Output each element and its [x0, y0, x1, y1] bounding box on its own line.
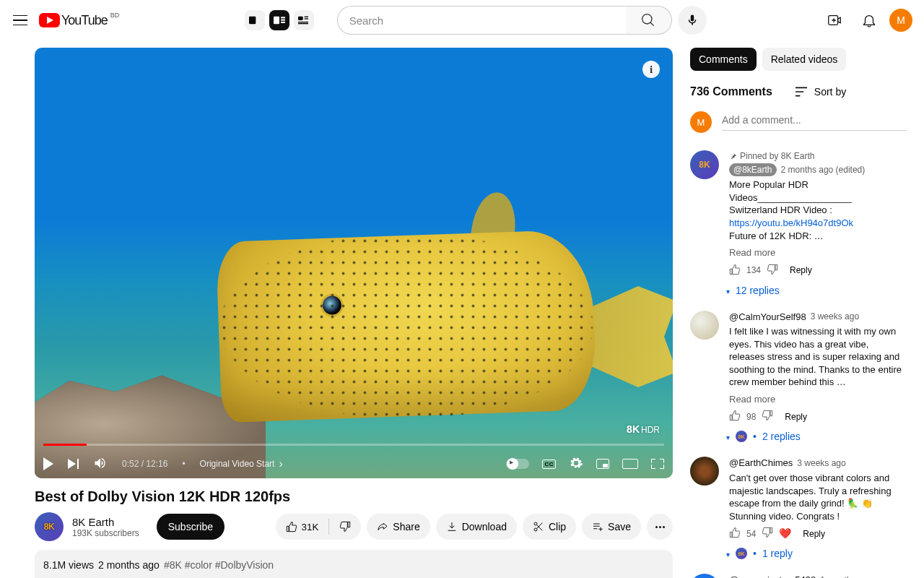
layout-with-comments-button[interactable] — [269, 10, 289, 30]
app-header: YouTube BD M — [0, 0, 924, 40]
like-button[interactable]: 31K — [276, 514, 329, 540]
progress-bar[interactable] — [43, 444, 664, 446]
svg-rect-7 — [304, 18, 308, 19]
comment-dislike-button[interactable] — [762, 410, 773, 423]
reply-button[interactable]: Reply — [790, 265, 812, 275]
playlist-add-icon — [592, 521, 603, 532]
share-button[interactable]: Share — [367, 514, 430, 540]
svg-rect-1 — [274, 17, 279, 25]
svg-rect-6 — [304, 17, 308, 17]
comment-avatar[interactable] — [690, 457, 719, 486]
download-button[interactable]: Download — [436, 514, 517, 540]
channel-name[interactable]: 8K Earth — [72, 516, 139, 528]
download-icon — [446, 521, 458, 532]
hashtags[interactable]: #8K #color #DolbyVision — [164, 558, 274, 573]
play-button[interactable] — [43, 457, 53, 470]
channel-watermark[interactable]: 8KHDR — [627, 423, 660, 435]
hamburger-menu[interactable] — [12, 12, 29, 29]
comment-author[interactable]: @EarthChimes — [729, 457, 793, 470]
replies-toggle[interactable]: 12 replies — [726, 285, 780, 296]
comment-author[interactable]: @CalmYourSelf98 — [729, 311, 806, 324]
comment-item: 8K Pinned by 8K Earth @8kEarth 2 months … — [690, 150, 907, 296]
svg-rect-9 — [298, 23, 308, 24]
reply-button[interactable]: Reply — [803, 529, 825, 539]
thumb-up-icon — [286, 521, 297, 532]
save-button[interactable]: Save — [582, 514, 641, 540]
comments-panel: Comments Related videos 736 Comments Sor… — [690, 48, 907, 578]
info-card-icon[interactable]: i — [642, 61, 660, 78]
channel-avatar[interactable]: 8K — [35, 512, 64, 541]
my-avatar: M — [690, 111, 712, 133]
layout-default-button[interactable] — [245, 10, 265, 30]
miniplayer-button[interactable] — [596, 459, 609, 469]
search-input[interactable] — [337, 6, 626, 35]
svg-rect-8 — [298, 22, 308, 22]
theater-mode-button[interactable] — [622, 459, 638, 469]
video-player[interactable]: i 8KHDR 0:52 / 12:16 • Original Video St… — [35, 48, 673, 478]
sort-icon — [794, 86, 808, 98]
create-button[interactable] — [820, 6, 849, 35]
create-icon — [827, 12, 842, 28]
pinned-label: Pinned by 8K Earth — [740, 150, 814, 162]
comment-avatar[interactable] — [690, 311, 719, 340]
scissors-icon — [533, 521, 544, 532]
comment-avatar[interactable]: A — [690, 574, 719, 578]
layout-theater-button[interactable] — [294, 10, 314, 30]
captions-button[interactable]: CC — [542, 460, 556, 469]
comment-author[interactable]: @aranyaisntme5438 — [729, 574, 816, 578]
comment-item: @CalmYourSelf983 weeks ago I felt like I… — [690, 311, 907, 443]
svg-point-11 — [534, 522, 537, 525]
subscribe-button[interactable]: Subscribe — [157, 514, 225, 540]
thumb-down-icon — [339, 521, 351, 532]
more-actions-button[interactable] — [647, 514, 673, 540]
thumb-down-icon — [767, 264, 778, 275]
svg-rect-5 — [298, 17, 303, 20]
settings-button[interactable] — [569, 456, 583, 473]
youtube-logo[interactable]: YouTube BD — [39, 13, 119, 28]
svg-point-12 — [534, 528, 537, 531]
subscriber-count: 193K subscribers — [72, 528, 139, 538]
dislike-button[interactable] — [329, 514, 361, 540]
user-avatar[interactable]: M — [889, 9, 912, 32]
autoplay-toggle[interactable] — [506, 459, 529, 469]
comment-item: @EarthChimes3 weeks ago Can't get over t… — [690, 457, 907, 559]
region-code: BD — [110, 12, 120, 19]
comment-author-chip[interactable]: @8kEarth — [729, 163, 777, 176]
volume-button[interactable] — [93, 456, 108, 473]
notifications-button[interactable] — [855, 6, 884, 35]
read-more-button[interactable]: Read more — [729, 393, 907, 406]
tab-related-videos[interactable]: Related videos — [762, 48, 847, 71]
clip-button[interactable]: Clip — [523, 514, 576, 540]
video-frame — [35, 48, 673, 478]
share-icon — [377, 521, 388, 532]
thumb-up-icon — [729, 264, 741, 275]
like-dislike-group: 31K — [276, 514, 362, 540]
replies-toggle[interactable]: 8K•2 replies — [726, 431, 801, 442]
reply-button[interactable]: Reply — [785, 412, 807, 422]
sort-button[interactable]: Sort by — [794, 86, 846, 98]
comment-like-button[interactable] — [729, 527, 741, 540]
comment-like-button[interactable] — [729, 264, 741, 277]
description-text: High Quality Real 12K HDR VIDEO ULTRA HD… — [43, 576, 664, 578]
tab-comments[interactable]: Comments — [690, 48, 757, 71]
search-button[interactable] — [626, 6, 672, 35]
read-more-button[interactable]: Read more — [729, 246, 907, 259]
fullscreen-button[interactable] — [651, 459, 664, 469]
time-display: 0:52 / 12:16 — [122, 459, 167, 469]
gear-icon — [569, 456, 583, 470]
next-button[interactable] — [68, 459, 79, 469]
voice-search-button[interactable] — [678, 6, 707, 35]
svg-rect-2 — [281, 17, 285, 18]
comment-avatar[interactable]: 8K — [690, 150, 719, 179]
add-comment-input[interactable] — [722, 111, 907, 131]
replies-toggle[interactable]: 8K•1 reply — [726, 548, 793, 559]
chapter-title[interactable]: Original Video Start — [200, 457, 283, 470]
comment-link[interactable]: https://youtu.be/kH94o7dt9Ok — [729, 217, 853, 228]
description-box[interactable]: 8.1M views 2 months ago #8K #color #Dolb… — [35, 550, 673, 578]
search-icon — [641, 13, 655, 27]
heart-icon: ❤️ — [779, 527, 791, 540]
comment-dislike-button[interactable] — [767, 264, 778, 277]
comment-like-button[interactable] — [729, 410, 741, 423]
svg-rect-0 — [249, 17, 256, 25]
comment-dislike-button[interactable] — [762, 527, 773, 540]
